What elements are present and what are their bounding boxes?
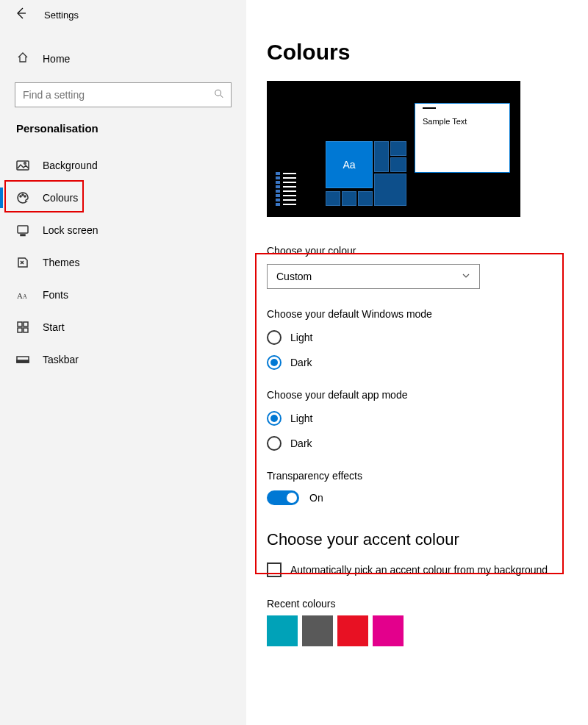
radio-icon: [267, 330, 282, 345]
choose-colour-label: Choose your colour: [267, 245, 567, 257]
transparency-toggle[interactable]: On: [267, 490, 567, 505]
svg-rect-10: [18, 322, 22, 326]
back-icon[interactable]: [15, 7, 26, 22]
toggle-switch: [267, 490, 299, 505]
recent-colours-label: Recent colours: [267, 598, 567, 610]
app-mode-label: Choose your default app mode: [267, 389, 567, 401]
nav-item-colours[interactable]: Colours: [0, 182, 246, 214]
svg-text:A: A: [17, 291, 23, 300]
svg-point-3: [20, 196, 21, 197]
dropdown-value: Custom: [276, 271, 312, 282]
svg-rect-13: [24, 328, 28, 332]
page-title: Colours: [267, 40, 567, 65]
window-title: Settings: [44, 10, 79, 21]
accent-title: Choose your accent colour: [267, 530, 567, 549]
preview-tiles: Aa: [326, 132, 392, 206]
sidebar: Settings Home Personalisation Background…: [0, 0, 246, 725]
nav-item-lock-screen[interactable]: Lock screen: [0, 214, 246, 246]
colour-swatch[interactable]: [373, 615, 404, 646]
preview-sliders: [276, 172, 296, 206]
nav-list: Background Colours Lock screen Themes AA…: [0, 149, 246, 376]
preview-tile-large: Aa: [326, 141, 373, 188]
radio-windows-dark[interactable]: Dark: [267, 355, 567, 370]
nav-item-themes[interactable]: Themes: [0, 246, 246, 279]
preview-sample-text: Sample Text: [423, 117, 502, 126]
nav-home[interactable]: Home: [0, 43, 246, 75]
choose-colour-dropdown[interactable]: Custom: [267, 264, 480, 289]
windows-mode-label: Choose your default Windows mode: [267, 308, 567, 320]
radio-icon: [267, 436, 282, 451]
radio-icon: [267, 411, 282, 426]
preview-sample-window: Sample Text: [415, 103, 510, 173]
nav-label: Background: [43, 160, 98, 171]
nav-label: Taskbar: [43, 354, 79, 365]
svg-rect-12: [18, 328, 22, 332]
fonts-icon: AA: [16, 288, 29, 301]
nav-home-label: Home: [43, 53, 70, 65]
search-icon: [214, 89, 224, 101]
radio-icon: [267, 355, 282, 370]
start-icon: [16, 321, 29, 334]
search-input[interactable]: [15, 82, 232, 107]
main-content: Colours Aa Sample Text Choose your colou…: [246, 0, 588, 725]
svg-rect-6: [18, 226, 28, 233]
radio-label: Light: [290, 413, 312, 424]
title-bar: Settings: [0, 0, 246, 29]
checkbox-icon: [267, 562, 282, 577]
nav-label: Lock screen: [43, 224, 98, 236]
radio-app-dark[interactable]: Dark: [267, 436, 567, 451]
nav-item-fonts[interactable]: AA Fonts: [0, 279, 246, 311]
nav-item-background[interactable]: Background: [0, 149, 246, 182]
home-icon: [16, 51, 29, 66]
search-container: [0, 82, 246, 107]
radio-app-light[interactable]: Light: [267, 411, 567, 426]
themes-icon: [16, 256, 29, 269]
svg-rect-1: [17, 161, 29, 170]
colour-swatch[interactable]: [337, 615, 368, 646]
svg-rect-11: [24, 322, 28, 326]
radio-label: Light: [290, 332, 312, 343]
section-header: Personalisation: [0, 107, 246, 140]
nav-label: Start: [43, 321, 65, 333]
svg-point-5: [24, 196, 26, 197]
colour-swatch[interactable]: [302, 615, 333, 646]
auto-accent-checkbox[interactable]: Automatically pick an accent colour from…: [267, 562, 567, 577]
radio-label: Dark: [290, 357, 312, 368]
toggle-state-label: On: [309, 492, 323, 504]
svg-point-4: [22, 194, 24, 196]
picture-icon: [16, 159, 29, 172]
svg-rect-7: [21, 235, 25, 236]
radio-label: Dark: [290, 438, 312, 449]
nav-label: Colours: [43, 192, 78, 204]
lock-screen-icon: [16, 224, 29, 237]
chevron-down-icon: [462, 271, 470, 282]
svg-point-0: [215, 90, 221, 96]
svg-point-2: [24, 162, 26, 165]
checkbox-label: Automatically pick an accent colour from…: [290, 564, 548, 576]
nav-label: Themes: [43, 257, 80, 268]
theme-preview: Aa Sample Text: [267, 81, 520, 217]
recent-colours-row: [267, 615, 567, 646]
nav-label: Fonts: [43, 289, 68, 301]
nav-item-taskbar[interactable]: Taskbar: [0, 343, 246, 376]
taskbar-icon: [16, 353, 29, 366]
svg-rect-15: [17, 360, 29, 362]
transparency-label: Transparency effects: [267, 470, 567, 482]
colour-swatch[interactable]: [267, 615, 298, 646]
nav-item-start[interactable]: Start: [0, 311, 246, 343]
radio-windows-light[interactable]: Light: [267, 330, 567, 345]
palette-icon: [16, 191, 29, 204]
svg-text:A: A: [23, 293, 27, 300]
